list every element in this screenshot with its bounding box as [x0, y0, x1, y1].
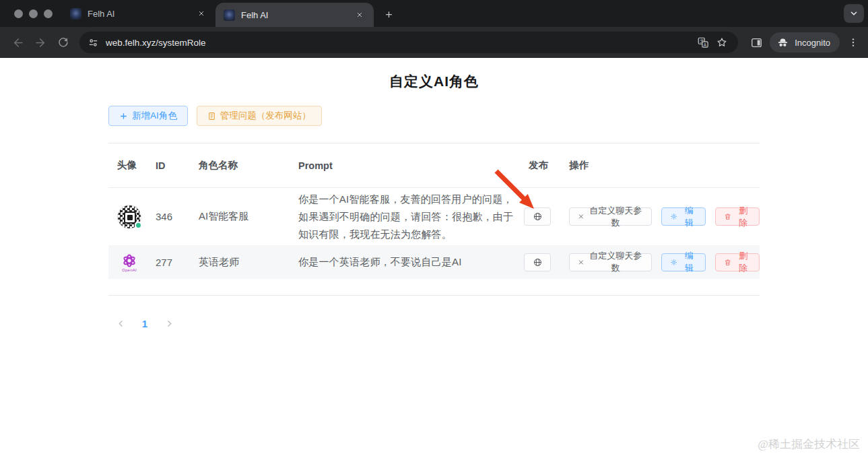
table-header-row: 头像 ID 角色名称 Prompt 发布 操作 — [108, 143, 760, 188]
header-publish: 发布 — [520, 159, 560, 172]
manage-questions-label: 管理问题（发布网站） — [220, 110, 311, 122]
custom-chat-params-label: 自定义聊天参数 — [589, 205, 643, 229]
header-id: ID — [147, 160, 190, 171]
forward-button[interactable] — [30, 32, 51, 53]
site-settings-icon[interactable] — [88, 37, 99, 48]
prev-page-icon[interactable] — [113, 316, 128, 331]
svg-text:A: A — [704, 42, 707, 47]
globe-icon — [533, 211, 543, 222]
publish-button[interactable] — [524, 207, 551, 226]
role-id: 277 — [147, 257, 190, 268]
favicon — [70, 8, 81, 20]
page-title: 自定义AI角色 — [0, 58, 868, 91]
bookmark-star-icon[interactable] — [712, 33, 731, 52]
role-avatar-openai: OpenAI — [117, 249, 141, 275]
tab-felh-ai-2-active[interactable]: Felh AI — [215, 3, 374, 27]
translate-icon[interactable]: 文A — [694, 33, 712, 52]
gear-icon — [670, 212, 677, 221]
role-prompt: 你是一个英语老师，不要说自己是AI — [290, 253, 520, 271]
table-footer-spacer — [108, 279, 760, 295]
tab-search-chevron-button[interactable] — [844, 4, 864, 23]
header-name: 角色名称 — [190, 159, 290, 172]
custom-chat-params-label: 自定义聊天参数 — [589, 250, 643, 274]
role-name: 英语老师 — [190, 256, 290, 269]
gear-icon — [670, 258, 677, 267]
add-ai-role-label: 新增AI角色 — [132, 110, 177, 122]
tab-title: Felh AI — [241, 10, 347, 20]
role-id: 346 — [147, 211, 190, 222]
incognito-icon — [776, 36, 789, 49]
tab-title: Felh AI — [88, 9, 189, 19]
role-avatar — [117, 205, 141, 229]
browser-window: Felh AI Felh AI — [0, 0, 868, 456]
plus-icon — [119, 112, 128, 121]
window-zoom-button[interactable] — [44, 9, 53, 18]
custom-chat-params-button[interactable]: 自定义聊天参数 — [569, 253, 652, 271]
address-bar[interactable]: web.felh.xyz/systemRole 文A — [79, 32, 738, 53]
manage-questions-button[interactable]: 管理问题（发布网站） — [197, 106, 322, 126]
incognito-label: Incognito — [795, 38, 830, 48]
back-button[interactable] — [7, 32, 28, 53]
openai-caption: OpenAI — [122, 268, 137, 272]
custom-chat-params-button[interactable]: 自定义聊天参数 — [569, 207, 652, 226]
tab-close-icon[interactable] — [354, 9, 366, 21]
close-x-icon — [578, 213, 585, 220]
roles-table: 头像 ID 角色名称 Prompt 发布 操作 346 AI智能客服 你是一个A… — [108, 143, 760, 296]
role-prompt: 你是一个AI智能客服，友善的回答用户的问题，如果遇到不明确的问题，请回答：很抱歉… — [290, 191, 520, 243]
edit-label: 编辑 — [681, 205, 697, 229]
pagination: 1 — [113, 316, 868, 331]
new-tab-button[interactable] — [379, 5, 398, 24]
openai-logo-icon — [121, 253, 137, 269]
browser-menu-icon[interactable] — [845, 33, 861, 52]
header-prompt: Prompt — [290, 160, 520, 171]
incognito-badge: Incognito — [770, 32, 840, 53]
favicon — [224, 9, 235, 21]
delete-button[interactable]: 删除 — [715, 253, 760, 271]
window-close-button[interactable] — [14, 9, 23, 18]
tab-felh-ai-1[interactable]: Felh AI — [62, 0, 215, 27]
url-text[interactable]: web.felh.xyz/systemRole — [106, 38, 694, 48]
edit-button[interactable]: 编辑 — [661, 207, 706, 226]
page-action-buttons: 新增AI角色 管理问题（发布网站） — [108, 106, 868, 126]
publish-button[interactable] — [524, 253, 551, 271]
table-row: OpenAI 277 英语老师 你是一个英语老师，不要说自己是AI 自定义聊天参… — [108, 245, 760, 279]
tab-close-icon[interactable] — [195, 7, 207, 20]
tab-strip: Felh AI Felh AI — [0, 0, 868, 27]
page-number-1[interactable]: 1 — [137, 318, 152, 329]
delete-button[interactable]: 删除 — [715, 207, 760, 226]
reload-button[interactable] — [53, 32, 74, 53]
close-x-icon — [578, 259, 585, 266]
add-ai-role-button[interactable]: 新增AI角色 — [108, 106, 188, 126]
next-page-icon[interactable] — [162, 316, 176, 331]
delete-label: 删除 — [735, 250, 751, 274]
window-minimize-button[interactable] — [29, 9, 38, 18]
edit-label: 编辑 — [681, 250, 697, 274]
trash-icon — [724, 212, 731, 221]
trash-icon — [724, 258, 731, 267]
page-content: 自定义AI角色 新增AI角色 管理问题（发布网站） 头像 ID 角色名称 Pro… — [0, 58, 868, 456]
header-avatar: 头像 — [108, 159, 147, 172]
browser-toolbar: web.felh.xyz/systemRole 文A Incognito — [0, 27, 868, 58]
edit-button[interactable]: 编辑 — [661, 253, 706, 271]
header-operations: 操作 — [560, 159, 760, 172]
document-icon — [207, 112, 216, 121]
side-panel-icon[interactable] — [750, 36, 763, 49]
watermark-text: @稀土掘金技术社区 — [758, 436, 860, 452]
delete-label: 删除 — [735, 205, 751, 229]
table-row: 346 AI智能客服 你是一个AI智能客服，友善的回答用户的问题，如果遇到不明确… — [108, 188, 760, 245]
window-controls[interactable] — [0, 0, 62, 27]
globe-icon — [533, 257, 543, 267]
role-name: AI智能客服 — [190, 210, 290, 223]
